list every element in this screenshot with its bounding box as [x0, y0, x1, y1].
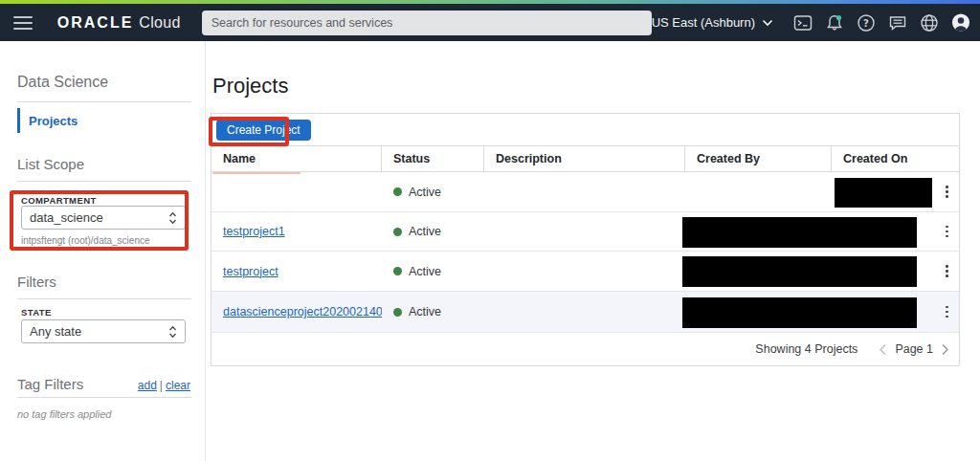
- tag-filters-clear-link[interactable]: clear: [166, 379, 190, 392]
- status-active-icon: [393, 187, 402, 196]
- no-tag-filters-note: no tag filters applied: [17, 408, 111, 420]
- projects-panel: Create Project Name Status Description C…: [211, 113, 960, 366]
- language-globe-icon[interactable]: [920, 13, 939, 33]
- service-title: Data Science: [17, 74, 108, 91]
- cell-description: [484, 212, 685, 251]
- row-actions-menu[interactable]: [934, 252, 960, 291]
- divider: [17, 298, 191, 299]
- chevron-down-icon: [762, 19, 773, 27]
- sidebar: Data Science Projects List Scope COMPART…: [0, 41, 206, 461]
- status-label: Active: [409, 186, 441, 199]
- compartment-select[interactable]: data_science: [21, 206, 186, 230]
- pagination: Page 1: [879, 342, 949, 356]
- tag-filters-add-link[interactable]: add: [138, 379, 157, 392]
- cell-description: [484, 252, 685, 291]
- topbar: ORACLE Cloud US East (Ashburn) ?: [0, 4, 980, 41]
- cell-description: [484, 172, 685, 211]
- table-row: datascienceproject20200214042040 Active: [212, 292, 959, 333]
- cell-status: Active: [382, 172, 484, 211]
- state-select[interactable]: Any state: [21, 319, 186, 343]
- compartment-label: COMPARTMENT: [21, 195, 97, 206]
- brand-oracle: ORACLE: [57, 14, 134, 32]
- tag-filter-links: add|clear: [138, 379, 190, 392]
- topbar-right-cluster: US East (Ashburn) ?: [652, 13, 970, 33]
- search-input[interactable]: [202, 11, 652, 35]
- table-row: testproject1 Active: [212, 212, 959, 252]
- redacted-value: [835, 178, 932, 208]
- cell-status: Active: [382, 292, 484, 332]
- page-content: Data Science Projects List Scope COMPART…: [0, 41, 980, 461]
- table-row: Active: [212, 172, 959, 212]
- column-header-status: Status: [382, 146, 484, 171]
- status-label: Active: [409, 265, 441, 278]
- tag-links-separator: |: [160, 379, 163, 392]
- help-icon[interactable]: ?: [857, 13, 876, 33]
- region-label: US East (Ashburn): [652, 15, 755, 30]
- select-chevrons-icon: [168, 211, 177, 225]
- row-actions-menu[interactable]: [934, 212, 960, 251]
- cell-name: testproject: [212, 252, 382, 291]
- page-next-icon[interactable]: [941, 343, 949, 356]
- table-header: Name Status Description Created By Creat…: [212, 145, 959, 172]
- cell-status: Active: [382, 252, 484, 291]
- tag-filters-title: Tag Filters: [17, 376, 83, 392]
- page-previous-icon[interactable]: [879, 343, 887, 356]
- project-name-link[interactable]: testproject: [223, 265, 278, 278]
- compartment-path: intpsftengt (root)/data_science: [21, 235, 150, 246]
- brand-cloud: Cloud: [139, 14, 180, 32]
- oracle-cloud-logo[interactable]: ORACLE Cloud: [57, 14, 181, 32]
- table-footer: Showing 4 Projects Page 1: [212, 333, 959, 365]
- status-active-icon: [393, 267, 402, 275]
- redacted-value: [682, 217, 917, 248]
- state-label: STATE: [21, 307, 52, 318]
- page-title: Projects: [212, 74, 288, 99]
- cloud-shell-icon[interactable]: [793, 13, 813, 33]
- sidebar-item-projects[interactable]: Projects: [17, 108, 191, 133]
- panel-toolbar: Create Project: [212, 114, 959, 145]
- main-area: Projects Create Project Name Status Desc…: [206, 41, 980, 461]
- notifications-bell-icon[interactable]: [825, 13, 844, 33]
- row-actions-menu[interactable]: [934, 172, 960, 211]
- results-summary: Showing 4 Projects: [755, 342, 858, 356]
- sidebar-item-label: Projects: [29, 114, 78, 128]
- divider: [17, 181, 191, 182]
- svg-text:?: ?: [863, 17, 869, 28]
- cell-name: datascienceproject20200214042040: [212, 292, 382, 332]
- status-label: Active: [409, 225, 441, 238]
- cell-description: [484, 292, 685, 332]
- cell-name: testproject1: [212, 212, 382, 251]
- cell-name: [212, 172, 382, 211]
- region-selector[interactable]: US East (Ashburn): [652, 15, 773, 30]
- cell-created-by: [685, 172, 832, 211]
- status-active-icon: [393, 308, 402, 317]
- column-header-created-on: Created On: [832, 146, 961, 171]
- create-project-button[interactable]: Create Project: [216, 120, 311, 141]
- divider: [17, 101, 191, 102]
- filters-title: Filters: [17, 274, 56, 290]
- column-header-created-by: Created By: [685, 146, 832, 171]
- redacted-value: [682, 256, 917, 287]
- project-name-link[interactable]: datascienceproject20200214042040: [223, 305, 382, 318]
- status-active-icon: [393, 228, 402, 236]
- page-indicator: Page 1: [895, 342, 933, 356]
- status-label: Active: [409, 305, 441, 318]
- feedback-icon[interactable]: [888, 13, 907, 33]
- cell-status: Active: [382, 212, 484, 251]
- table-row: testproject Active: [212, 252, 959, 292]
- state-value: Any state: [30, 324, 168, 339]
- project-name-link[interactable]: testproject1: [223, 225, 285, 238]
- redacted-name-marker: [212, 172, 301, 174]
- profile-avatar-icon[interactable]: [951, 13, 970, 33]
- redacted-value: [682, 297, 917, 328]
- list-scope-title: List Scope: [17, 156, 84, 172]
- compartment-value: data_science: [30, 210, 168, 225]
- hamburger-menu-icon[interactable]: [13, 16, 33, 30]
- row-actions-menu[interactable]: [934, 292, 960, 332]
- divider: [17, 397, 191, 398]
- column-header-description: Description: [484, 146, 685, 171]
- select-chevrons-icon: [168, 325, 177, 339]
- column-header-name: Name: [212, 146, 382, 171]
